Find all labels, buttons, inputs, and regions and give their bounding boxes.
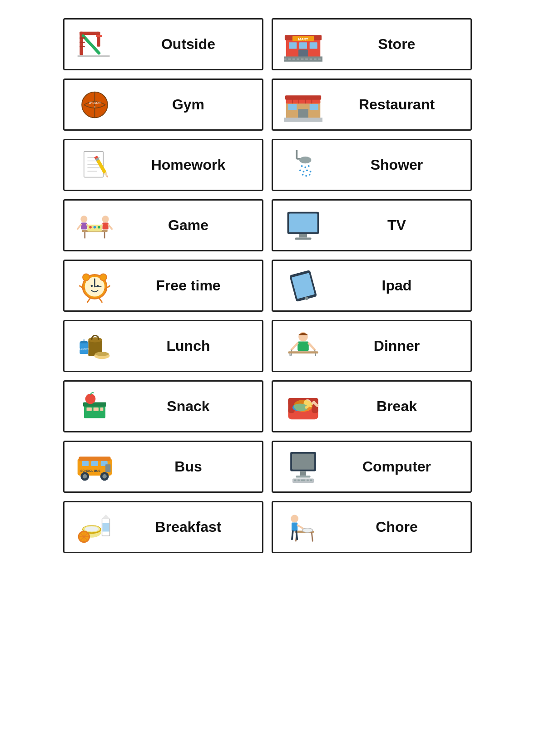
svg-point-166	[302, 528, 312, 532]
snack-label: Snack	[122, 398, 255, 415]
svg-rect-140	[294, 479, 296, 481]
store-label: Store	[330, 36, 463, 53]
svg-text:SCHOOL BUS: SCHOOL BUS	[80, 469, 101, 472]
svg-point-49	[304, 166, 306, 168]
svg-line-164	[296, 531, 297, 539]
svg-rect-108	[288, 351, 318, 353]
game-label: Game	[122, 217, 255, 234]
svg-line-103	[308, 343, 314, 349]
freetime-icon	[72, 266, 117, 305]
homework-label: Homework	[122, 157, 255, 173]
bus-icon: SCHOOL BUS	[72, 447, 117, 486]
lunch-label: Lunch	[122, 338, 255, 354]
svg-point-57	[308, 173, 310, 175]
card-store: MART Store	[272, 18, 472, 70]
svg-point-51	[299, 169, 301, 171]
svg-rect-112	[86, 407, 91, 411]
snack-icon	[72, 387, 117, 426]
svg-rect-75	[299, 234, 307, 237]
break-label: Break	[330, 398, 463, 415]
restaurant-label: Restaurant	[330, 96, 463, 113]
shower-label: Shower	[330, 157, 463, 173]
svg-text:WILSON: WILSON	[89, 101, 100, 104]
svg-rect-4	[96, 35, 102, 37]
outside-icon	[72, 25, 117, 64]
card-computer: Computer	[272, 441, 472, 493]
svg-rect-101	[297, 341, 309, 351]
svg-rect-31	[309, 104, 318, 110]
svg-rect-125	[79, 457, 110, 461]
svg-rect-33	[284, 118, 322, 122]
svg-point-161	[291, 515, 298, 522]
card-break: Break	[272, 380, 472, 432]
svg-point-47	[299, 157, 311, 163]
svg-text:®: ®	[94, 105, 95, 108]
breakfast-label: Breakfast	[122, 519, 255, 535]
svg-point-148	[84, 526, 98, 531]
card-freetime: Free time	[63, 260, 263, 312]
svg-point-50	[307, 165, 309, 167]
svg-rect-110	[83, 402, 106, 406]
svg-rect-151	[102, 523, 109, 531]
svg-point-81	[83, 274, 89, 280]
svg-point-133	[102, 474, 106, 478]
svg-marker-150	[102, 514, 109, 518]
shower-icon	[280, 146, 326, 184]
card-homework: Homework	[63, 139, 263, 191]
svg-line-163	[292, 531, 292, 539]
card-shower: Shower	[272, 139, 472, 191]
gym-label: Gym	[122, 96, 255, 113]
ipad-icon	[280, 266, 326, 305]
svg-rect-95	[80, 341, 87, 343]
svg-rect-16	[298, 49, 308, 57]
restaurant-icon	[280, 85, 326, 124]
svg-rect-66	[102, 222, 108, 229]
dinner-icon	[280, 327, 326, 365]
svg-rect-14	[299, 42, 307, 49]
svg-point-52	[302, 171, 304, 172]
breakfast-icon	[72, 508, 117, 546]
card-dinner: Dinner	[272, 320, 472, 372]
dinner-label: Dinner	[330, 338, 463, 354]
svg-point-53	[306, 169, 308, 171]
svg-rect-32	[298, 109, 308, 118]
freetime-label: Free time	[122, 277, 255, 294]
svg-rect-126	[82, 461, 89, 466]
svg-point-55	[302, 173, 303, 175]
svg-rect-138	[296, 475, 310, 477]
svg-rect-13	[289, 42, 297, 49]
svg-rect-143	[307, 479, 309, 481]
chore-label: Chore	[330, 519, 463, 535]
svg-point-54	[309, 171, 311, 172]
svg-point-71	[93, 226, 96, 228]
card-ipad: Ipad	[272, 260, 472, 312]
svg-line-102	[292, 343, 297, 349]
gym-icon: WILSON ®	[72, 85, 117, 124]
svg-rect-62	[81, 222, 87, 229]
bus-label: Bus	[122, 458, 255, 475]
svg-rect-76	[295, 237, 311, 240]
svg-rect-144	[310, 479, 312, 481]
svg-point-99	[95, 352, 109, 356]
card-outside: Outside	[63, 18, 263, 70]
svg-point-131	[83, 474, 87, 478]
svg-point-93	[88, 337, 102, 342]
outside-label: Outside	[122, 36, 255, 53]
break-icon	[280, 387, 326, 426]
svg-rect-30	[288, 104, 297, 110]
svg-rect-142	[301, 479, 305, 481]
svg-rect-141	[297, 479, 300, 481]
card-restaurant: Restaurant	[272, 79, 472, 131]
svg-point-111	[85, 393, 95, 404]
svg-point-82	[99, 274, 106, 280]
svg-point-48	[301, 165, 302, 167]
homework-icon	[72, 146, 117, 184]
tv-icon	[280, 206, 326, 245]
svg-rect-129	[105, 464, 110, 472]
svg-text:LEMON: LEMON	[79, 347, 88, 350]
card-gym: WILSON ® Gym	[63, 79, 263, 131]
card-grid: Outside MART Store	[63, 18, 472, 553]
svg-point-123	[293, 399, 312, 411]
svg-rect-137	[300, 471, 306, 475]
svg-point-61	[80, 216, 87, 222]
